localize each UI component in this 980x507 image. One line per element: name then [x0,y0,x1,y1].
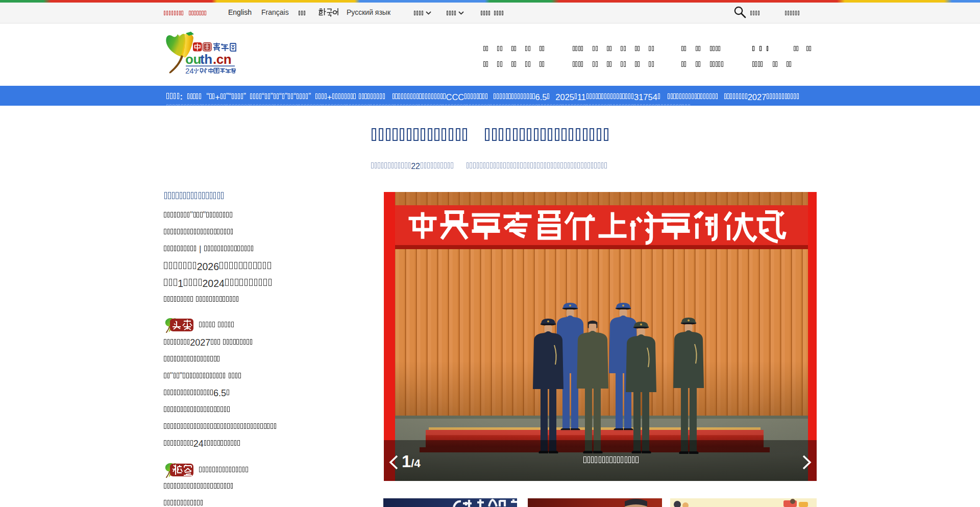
svg-text:ou: ou [185,52,201,67]
svg-text:.cn: .cn [213,52,231,67]
svg-text:24: 24 [185,66,194,75]
svg-text:th: th [200,52,212,67]
